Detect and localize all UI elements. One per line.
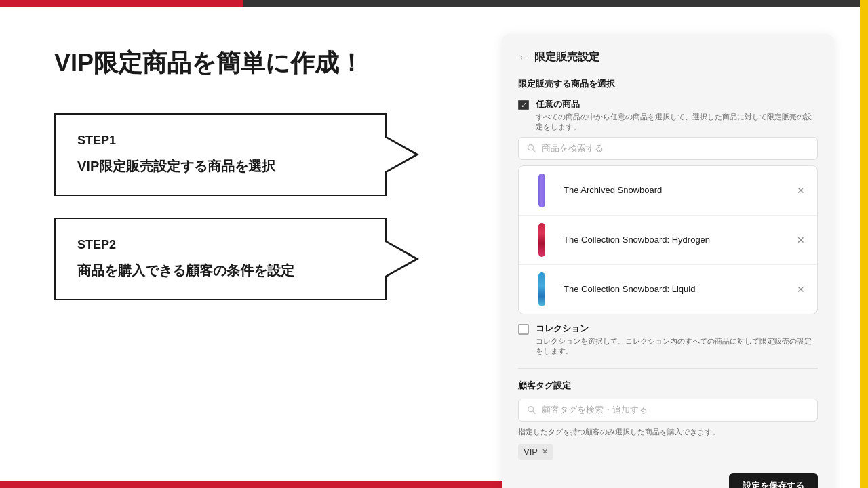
svg-rect-4 — [538, 272, 545, 306]
product-list: The Archived Snowboard ✕ — [518, 165, 818, 314]
checkbox-any-sublabel: すべての商品の中から任意の商品を選択して、選択した商品に対して限定販売の設定をし… — [536, 112, 818, 133]
tag-chip-remove-button[interactable]: ✕ — [542, 447, 548, 456]
table-row: The Collection Snowboard: Liquid ✕ — [519, 265, 817, 314]
checkbox-any-label: 任意の商品 — [536, 98, 818, 110]
product-search-placeholder: 商品を検索する — [542, 142, 604, 155]
table-row: The Collection Snowboard: Hydrogen ✕ — [519, 216, 817, 265]
left-content-area: VIP限定商品を簡単に作成！ STEP1 VIP限定販売設定する商品を選択 ST… — [0, 7, 461, 481]
step2-desc: 商品を購入できる顧客の条件を設定 — [77, 262, 363, 280]
checkbox-any-content: 任意の商品 すべての商品の中から任意の商品を選択して、選択した商品に対して限定販… — [536, 98, 818, 133]
tag-search-box[interactable]: 顧客タグを検索・追加する — [518, 399, 818, 422]
remove-hydrogen-button[interactable]: ✕ — [794, 232, 808, 248]
back-arrow-icon[interactable]: ← — [518, 52, 529, 64]
step1-label: STEP1 — [77, 134, 363, 148]
step1-desc: VIP限定販売設定する商品を選択 — [77, 157, 363, 176]
checkbox-any[interactable]: ✓ — [518, 100, 529, 110]
step2-card: STEP2 商品を購入できる顧客の条件を設定 — [54, 218, 387, 300]
snowboard-img-liquid — [537, 272, 547, 306]
settings-panel: ← 限定販売設定 限定販売する商品を選択 ✓ 任意の商品 すべての商品の中から任… — [502, 34, 834, 488]
save-button-row: 設定を保存する — [518, 473, 818, 488]
product-name-archived: The Archived Snowboard — [564, 185, 786, 195]
svg-rect-2 — [538, 174, 545, 207]
snowboard-img-hydrogen — [537, 223, 547, 257]
checkbox-collection-row: コレクション コレクションを選択して、コレクション内のすべての商品に対して限定販… — [518, 323, 818, 357]
tag-chip-label: VIP — [524, 447, 538, 457]
top-accent-bar — [0, 0, 868, 7]
product-image-liquid — [528, 272, 555, 307]
panel-header: ← 限定販売設定 — [518, 50, 818, 64]
save-button[interactable]: 設定を保存する — [729, 473, 818, 488]
snowboard-img-archived — [537, 174, 547, 207]
table-row: The Archived Snowboard ✕ — [519, 166, 817, 216]
panel-title: 限定販売設定 — [534, 50, 599, 64]
checkbox-collection-content: コレクション コレクションを選択して、コレクション内のすべての商品に対して限定販… — [536, 323, 818, 357]
tag-sublabel: 指定したタグを持つ顧客のみ選択した商品を購入できます。 — [518, 427, 818, 437]
product-image-hydrogen — [528, 222, 555, 258]
tag-chip-vip: VIP ✕ — [518, 444, 553, 460]
section-products-label: 限定販売する商品を選択 — [518, 78, 818, 90]
product-name-liquid: The Collection Snowboard: Liquid — [564, 284, 786, 294]
checkbox-collection-label: コレクション — [536, 323, 818, 335]
main-title: VIP限定商品を簡単に作成！ — [54, 47, 420, 79]
product-image-archived — [528, 173, 555, 208]
tag-search-placeholder: 顧客タグを検索・追加する — [542, 404, 648, 416]
right-accent-bar — [860, 0, 868, 488]
section-divider — [518, 368, 818, 369]
step1-card: STEP1 VIP限定販売設定する商品を選択 — [54, 113, 387, 196]
checkbox-collection-sublabel: コレクションを選択して、コレクション内のすべての商品に対して限定販売の設定をしま… — [536, 336, 818, 357]
svg-line-1 — [533, 150, 536, 152]
remove-liquid-button[interactable]: ✕ — [794, 281, 808, 298]
tag-search-icon — [527, 405, 536, 415]
svg-rect-3 — [538, 223, 545, 257]
product-name-hydrogen: The Collection Snowboard: Hydrogen — [564, 235, 786, 245]
tags-container: VIP ✕ — [518, 444, 818, 460]
remove-archived-button[interactable]: ✕ — [794, 182, 808, 199]
svg-line-6 — [533, 411, 536, 413]
tag-section-label: 顧客タグ設定 — [518, 380, 818, 392]
search-icon — [527, 144, 536, 153]
checkbox-any-row: ✓ 任意の商品 すべての商品の中から任意の商品を選択して、選択した商品に対して限… — [518, 98, 818, 133]
step2-label: STEP2 — [77, 238, 363, 252]
checkmark-icon: ✓ — [521, 102, 527, 109]
product-search-box[interactable]: 商品を検索する — [518, 137, 818, 160]
checkbox-collection[interactable] — [518, 324, 529, 335]
